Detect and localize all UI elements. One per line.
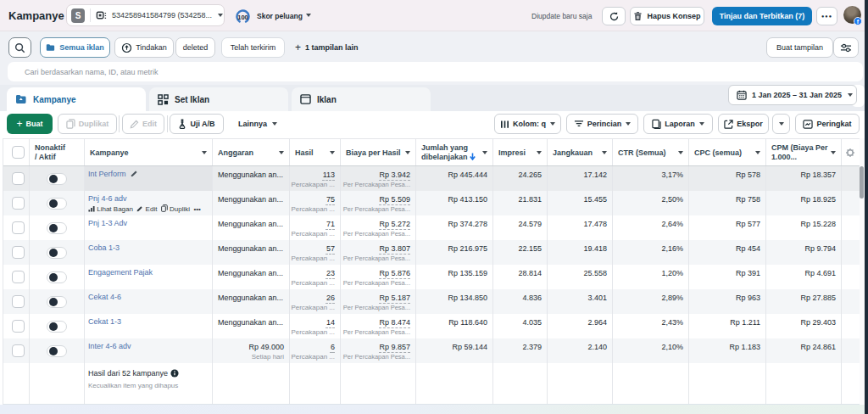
svg-text:100: 100: [237, 14, 248, 21]
